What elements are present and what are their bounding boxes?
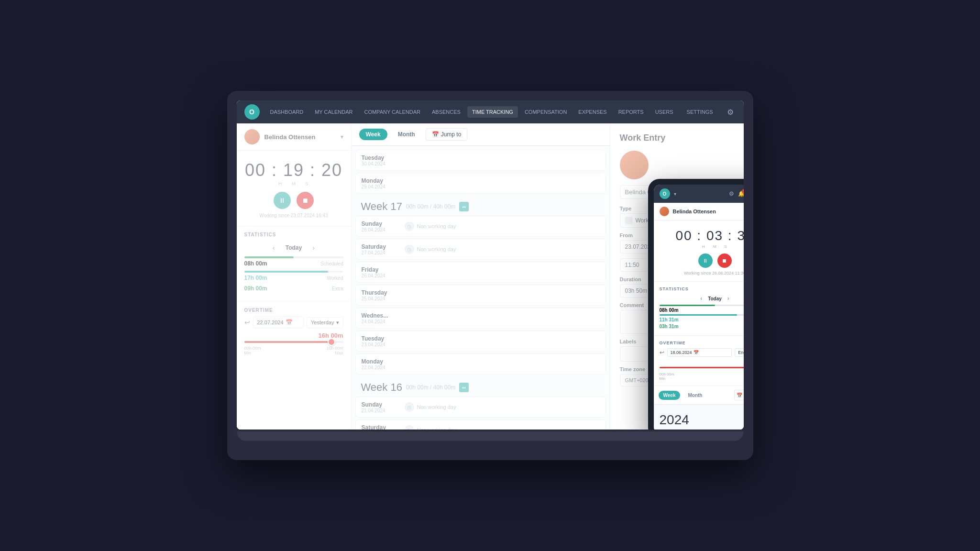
phone-ot-date[interactable]: 18.06.2024 📅	[667, 348, 732, 357]
phone-stop-btn[interactable]: ⏹	[717, 253, 732, 268]
stats-next-btn[interactable]: ›	[309, 243, 318, 253]
timer-labels: H M S	[244, 181, 343, 186]
week16-saturday: Saturday 20.04.2024 ◷ Non working day	[355, 419, 606, 430]
phone-cal-icon: 📅	[694, 350, 699, 355]
phone-week-tab[interactable]: Week	[659, 391, 681, 400]
phone-stats-next[interactable]: ›	[727, 295, 729, 302]
user-selector[interactable]: Belinda Ottensen ▾	[237, 123, 351, 151]
nav-expenses[interactable]: EXPENSES	[573, 106, 611, 118]
overtime-range-labels: 00h 00m Min 10h 00m Max	[244, 346, 343, 355]
phone-year: 2024	[654, 405, 744, 430]
overtime-value: 16h 00m	[244, 332, 343, 339]
non-working-icon: ◷	[405, 221, 414, 231]
nav-company-calendar[interactable]: COMPANY CALENDAR	[359, 106, 425, 118]
month-tab[interactable]: Month	[391, 129, 422, 140]
statistics-section: STATISTICS ‹ Today › 08h 00m Scheduled	[237, 226, 351, 301]
calendar-header: Week Month 📅 Jump to	[352, 123, 610, 146]
pause-button[interactable]: ⏸	[274, 192, 291, 209]
week-tab[interactable]: Week	[359, 129, 387, 140]
phone-settings-icon[interactable]: ⚙	[729, 190, 734, 197]
app-logo[interactable]: O	[244, 104, 260, 120]
nav-time-tracking[interactable]: TIME TRACKING	[467, 106, 518, 118]
phone-timer: 00 : 03 : 30 H M S ⏸ ⏹	[654, 220, 744, 282]
day-row-monday-29: Monday 29.04.2024	[355, 173, 606, 194]
phone-user-avatar-small	[660, 207, 669, 216]
calendar-content: Tuesday 30.04.2024 Monday 29.04.2024	[352, 146, 610, 430]
phone-month-tab[interactable]: Month	[683, 391, 707, 400]
week16-sunday: Sunday 21.04.2024 ◷ Non working day	[355, 397, 606, 418]
phone-screen: O ▾ ⚙ 🔔 1 🎁 Bel	[654, 185, 744, 430]
timer-section: 00 : 19 : 20 H M S ⏸ ⏹	[237, 151, 351, 226]
phone-extra-row: 03h 31m Extra	[660, 324, 744, 329]
phone-user-name: Belinda Ottensen	[673, 209, 744, 214]
stop-button[interactable]: ⏹	[297, 192, 314, 209]
user-selector-chevron: ▾	[341, 133, 343, 140]
phone-bell-icon[interactable]: 🔔 1	[738, 190, 744, 197]
non-working-icon-2: ◷	[405, 244, 414, 254]
phone-nav-icons: ⚙ 🔔 1 🎁	[729, 188, 744, 199]
day-row-tuesday-30: Tuesday 30.04.2024	[355, 150, 606, 171]
phone-cal-tabs: Week Month 📅 ☰ +	[654, 386, 744, 405]
calendar-icon: 📅	[286, 319, 293, 326]
overtime-title: OVERTIME	[244, 308, 343, 313]
week-expand-icon[interactable]: ⇔	[459, 202, 469, 211]
undo-icon[interactable]: ↩	[244, 319, 250, 326]
scheduled-bar-container: 08h 00m Scheduled	[244, 256, 343, 267]
top-navigation: O DASHBOARD MY CALENDAR COMPANY CALENDAR…	[237, 100, 744, 123]
phone-scheduled-bar: 08h 00m Scheduled	[660, 305, 744, 313]
phone-ot-period[interactable]: End of Today ▾	[735, 348, 743, 357]
timer-controls: ⏸ ⏹	[244, 192, 343, 209]
phone-user-bar[interactable]: Belinda Ottensen ▾	[654, 203, 744, 220]
week17-wednesday: Wednes... 24.04.2024	[355, 308, 606, 329]
nav-dashboard[interactable]: DASHBOARD	[265, 106, 308, 118]
overtime-period[interactable]: Yesterday ▾	[307, 317, 343, 328]
phone-stats-prev[interactable]: ‹	[700, 295, 702, 302]
phone-ot-labels: 00h 00m Min 10h 00m Max	[660, 372, 744, 381]
stats-prev-btn[interactable]: ‹	[270, 243, 278, 253]
week16-expand-icon[interactable]: ⇔	[459, 383, 469, 392]
phone-ot-controls: ↩ 18.06.2024 📅 End of Today ▾	[660, 348, 744, 357]
phone-nav-chevron[interactable]: ▾	[674, 191, 676, 197]
overtime-slider[interactable]	[244, 341, 343, 343]
phone-ot-track[interactable]	[660, 367, 744, 368]
settings-link[interactable]: SETTINGS	[682, 106, 718, 118]
user-name-sidebar: Belinda Ottensen	[264, 133, 336, 141]
week17-saturday: Saturday 27.04.2024 ◷ Non working day	[355, 239, 606, 260]
phone-ot-value: 111h 37m	[660, 360, 744, 365]
week17-thursday: Thursday 25.04.2024	[355, 285, 606, 306]
calendar-area: Week Month 📅 Jump to Tuesday 30.04.2024	[352, 123, 610, 430]
week-17-header: Week 17 00h 00m / 40h 00m ⇔	[355, 196, 606, 216]
overtime-controls: ↩ 22.07.2024 📅 Yesterday ▾	[244, 317, 343, 328]
nav-absences[interactable]: ABSENCES	[427, 106, 465, 118]
sidebar: Belinda Ottensen ▾ 00 : 19 : 20 H M	[237, 123, 352, 430]
settings-icon-btn[interactable]: ⚙	[724, 105, 737, 119]
overtime-section: OVERTIME ↩ 22.07.2024 📅 Yesterday ▾ 16h …	[237, 301, 351, 361]
nav-users[interactable]: USERS	[650, 106, 678, 118]
overtime-date[interactable]: 22.07.2024 📅	[253, 317, 304, 328]
statistics-title: STATISTICS	[244, 232, 343, 237]
user-avatar-sidebar	[244, 129, 260, 144]
nav-reports[interactable]: REPORTS	[614, 106, 649, 118]
nav-my-calendar[interactable]: MY CALENDAR	[310, 106, 357, 118]
notifications-btn[interactable]: 🔔 1	[743, 105, 744, 119]
phone-nav: O ▾ ⚙ 🔔 1 🎁	[654, 185, 744, 203]
gear-icon: ⚙	[727, 108, 734, 117]
phone-cal-date-icon[interactable]: 📅	[734, 390, 744, 400]
phone-timer-labels: H M S	[660, 244, 744, 249]
nav-compensation[interactable]: COMPENSATION	[520, 106, 572, 118]
non-working-icon-4: ◷	[405, 425, 414, 430]
timer-display: 00 : 19 : 20	[244, 160, 343, 180]
phone-app-logo: O	[660, 188, 670, 199]
week17-monday: Monday 22.04.2024	[355, 353, 606, 375]
phone-pause-btn[interactable]: ⏸	[698, 253, 713, 268]
calendar-small-icon: 📅	[432, 131, 439, 138]
week17-sunday: Sunday 28.04.2024 ◷ Non working day	[355, 216, 606, 237]
phone-timer-display: 00 : 03 : 30	[660, 228, 744, 243]
phone-undo-icon[interactable]: ↩	[660, 349, 664, 356]
chevron-down-icon: ▾	[336, 320, 339, 326]
jump-to-button[interactable]: 📅 Jump to	[426, 128, 468, 141]
phone-overtime: OVERTIME ↩ 18.06.2024 📅 End of Today ▾ 1…	[654, 336, 744, 386]
worked-bar-container: 17h 00m Worked	[244, 271, 343, 281]
non-working-icon-3: ◷	[405, 402, 414, 412]
working-since: Working since 23.07.2024 16:43	[244, 213, 343, 218]
